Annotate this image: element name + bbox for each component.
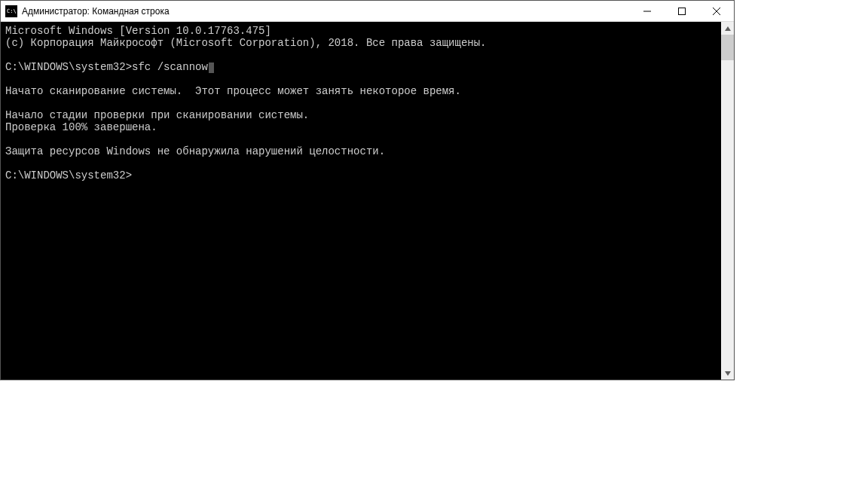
cmd-icon: C:\ [5,5,17,17]
close-button[interactable] [699,1,734,21]
output-line: Начало стадии проверки при сканировании … [5,109,309,121]
output-line: Начато сканирование системы. Этот процес… [5,85,461,97]
window-title: Администратор: Командная строка [22,6,630,17]
output-line: (c) Корпорация Майкрософт (Microsoft Cor… [5,37,487,49]
titlebar-buttons [630,1,734,21]
console-area: Microsoft Windows [Version 10.0.17763.47… [1,22,734,380]
scroll-thumb[interactable] [721,35,734,60]
output-line: Проверка 100% завершена. [5,121,157,133]
svg-marker-6 [725,26,731,31]
scroll-up-button[interactable] [721,22,734,35]
output-line: Защита ресурсов Windows не обнаружила на… [5,145,385,157]
titlebar[interactable]: C:\ Администратор: Командная строка [1,1,734,22]
vertical-scrollbar[interactable] [721,22,734,380]
output-line: Microsoft Windows [Version 10.0.17763.47… [5,25,271,37]
svg-marker-7 [725,371,731,376]
svg-text:C:\: C:\ [7,8,17,14]
prompt: C:\WINDOWS\system32> [5,61,132,73]
cursor-icon [209,63,214,73]
maximize-button[interactable] [665,1,699,21]
scroll-down-button[interactable] [721,367,734,380]
minimize-button[interactable] [630,1,665,21]
cmd-window: C:\ Администратор: Командная строка Micr… [0,0,735,380]
command-text: sfc /scannow [132,61,208,73]
svg-rect-3 [679,8,686,14]
prompt: C:\WINDOWS\system32> [5,169,132,181]
console-output[interactable]: Microsoft Windows [Version 10.0.17763.47… [1,22,721,380]
